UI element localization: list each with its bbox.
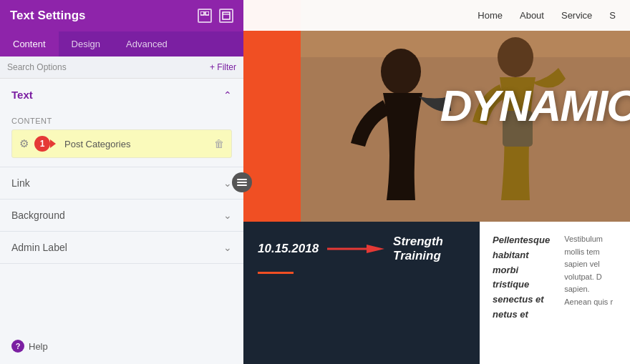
svg-rect-2 [223, 12, 230, 19]
orange-underline [258, 272, 294, 274]
info-body-right: Vestibulum mollis tem sapien vel volutpa… [564, 233, 617, 353]
help-label: Help [29, 341, 48, 352]
date-row: 10.15.2018 Strength Training [258, 235, 465, 263]
section-link-title: Link [11, 177, 30, 189]
section-admin-label-header[interactable]: Admin Label ⌄ [0, 232, 243, 263]
date-text: 10.15.2018 [258, 242, 319, 256]
panel-header: Text Settings [0, 0, 243, 31]
svg-rect-1 [205, 11, 209, 15]
info-section: 10.15.2018 Strength Training Pellentesqu… [243, 222, 630, 364]
svg-rect-4 [237, 179, 247, 180]
body-text-right: Vestibulum mollis tem sapien vel volutpa… [564, 233, 617, 309]
section-admin-label-title: Admin Label [11, 242, 67, 253]
section-admin-label: Admin Label ⌄ [0, 232, 243, 264]
chevron-down-icon-bg: ⌄ [223, 210, 232, 221]
strength-training-text: Strength Training [393, 235, 465, 263]
expand-icon[interactable] [219, 9, 233, 23]
section-link-header[interactable]: Link ⌄ [0, 167, 243, 199]
section-text-header[interactable]: Text ⌃ [0, 79, 243, 111]
section-link: Link ⌄ [0, 167, 243, 200]
header-icons [198, 9, 233, 23]
svg-rect-0 [200, 11, 204, 15]
hero-image: DYNAMIC [301, 0, 630, 222]
section-text-title: Text [11, 89, 33, 101]
chevron-down-icon-admin: ⌄ [223, 242, 232, 253]
tab-design[interactable]: Design [59, 31, 113, 56]
section-text: Text ⌃ Content ⚙ 1 Post Categories 🗑 [0, 79, 243, 167]
drag-handle[interactable] [232, 172, 252, 192]
help-icon[interactable]: ? [11, 340, 24, 353]
content-label: Content [11, 117, 232, 125]
section-text-content: Content ⚙ 1 Post Categories 🗑 [0, 111, 243, 167]
post-categories-label: Post Categories [64, 139, 208, 149]
svg-point-10 [498, 37, 533, 77]
panel-title: Text Settings [10, 9, 85, 23]
right-panel: Home About Service S [243, 0, 630, 364]
tabs-bar: Content Design Advanced [0, 31, 243, 56]
gear-icon[interactable]: ⚙ [19, 137, 29, 150]
resize-icon[interactable] [198, 9, 212, 23]
badge-pointer [50, 139, 56, 148]
filter-button[interactable]: + Filter [210, 62, 236, 72]
hero-dynamic-text: DYNAMIC [440, 80, 630, 131]
svg-point-9 [381, 49, 421, 94]
svg-rect-5 [237, 182, 247, 183]
info-left: 10.15.2018 Strength Training [243, 222, 480, 364]
content-row: ⚙ 1 Post Categories 🗑 [11, 129, 232, 158]
nav-service[interactable]: Service [561, 10, 592, 21]
nav-s[interactable]: S [609, 10, 616, 21]
info-body-left: Pellentesque habitant morbi tristique se… [493, 233, 550, 353]
section-background-title: Background [11, 210, 65, 221]
chevron-down-icon-link: ⌄ [223, 177, 232, 189]
left-panel: Text Settings Content Design Advanced Se… [0, 0, 243, 364]
badge-1: 1 [34, 136, 50, 152]
tab-content[interactable]: Content [0, 31, 59, 56]
search-bar: Search Options + Filter [0, 56, 243, 79]
section-background: Background ⌄ [0, 200, 243, 232]
body-text-left: Pellentesque habitant morbi tristique se… [493, 233, 550, 323]
nav-about[interactable]: About [520, 10, 544, 21]
hero-section: DYNAMIC [243, 0, 630, 222]
info-right: Pellentesque habitant morbi tristique se… [480, 222, 630, 364]
badge-wrap: 1 [34, 136, 50, 152]
hero-orange-bar [243, 0, 301, 222]
help-section: ? Help [0, 328, 243, 364]
nav-bar: Home About Service S [243, 0, 630, 31]
svg-marker-13 [367, 245, 384, 253]
svg-rect-6 [237, 185, 247, 186]
hero-background: DYNAMIC [301, 0, 630, 222]
search-options-label: Search Options [7, 62, 67, 72]
nav-home[interactable]: Home [478, 10, 503, 21]
trash-icon[interactable]: 🗑 [214, 138, 224, 149]
arrow-icon [327, 242, 384, 256]
section-background-header[interactable]: Background ⌄ [0, 200, 243, 231]
chevron-up-icon: ⌃ [223, 89, 232, 101]
tab-advanced[interactable]: Advanced [113, 31, 180, 56]
